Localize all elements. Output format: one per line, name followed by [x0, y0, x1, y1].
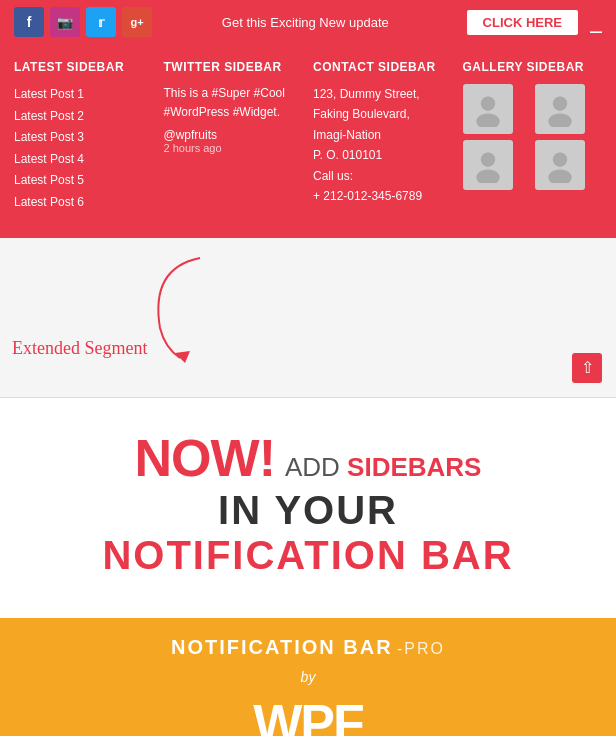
add-label: ADD: [285, 452, 340, 482]
gallery-thumb-2[interactable]: [535, 84, 585, 134]
twitter-time: 2 hours ago: [164, 142, 304, 154]
list-item[interactable]: Latest Post 2: [14, 106, 154, 128]
address-line2: Faking Boulevard,: [313, 107, 410, 121]
svg-point-3: [549, 114, 572, 128]
hamburger-icon[interactable]: ⎯: [590, 11, 602, 34]
svg-point-0: [480, 96, 494, 110]
google-plus-icon[interactable]: g+: [122, 7, 152, 37]
social-icons: f 📷 𝕣 g+: [14, 7, 152, 37]
add-text: ADD SIDEBARS: [285, 452, 482, 483]
contact-sidebar: CONTACT SIDEBAR 123, Dummy Street, Fakin…: [313, 60, 453, 214]
latest-sidebar: LATEST SIDEBAR Latest Post 1 Latest Post…: [14, 60, 154, 214]
gallery-thumb-3[interactable]: [463, 140, 513, 190]
tweet-text: This is a #Super #Cool #WordPress #Widge…: [164, 84, 304, 122]
now-word: NOW!: [135, 428, 275, 488]
sidebars-label: SIDEBARS: [347, 452, 481, 482]
svg-point-2: [553, 96, 567, 110]
svg-point-6: [553, 152, 567, 166]
gallery-thumb-1[interactable]: [463, 84, 513, 134]
scroll-up-button[interactable]: ⇧: [572, 353, 602, 383]
svg-point-5: [476, 170, 499, 184]
footer-by: by: [14, 669, 602, 685]
svg-point-4: [480, 152, 494, 166]
list-item[interactable]: Latest Post 1: [14, 84, 154, 106]
footer-title-line: NOTIFICATION BAR -PRO: [14, 636, 602, 659]
gallery-sidebar: GALLERY SIDEBAR: [463, 60, 603, 214]
svg-point-1: [476, 114, 499, 128]
twitter-icon[interactable]: 𝕣: [86, 7, 116, 37]
gallery-thumb-4[interactable]: [535, 140, 585, 190]
update-text: Get this Exciting New update: [152, 15, 459, 30]
gallery-grid: [463, 84, 603, 190]
click-here-button[interactable]: CLICK HERE: [467, 10, 578, 35]
wpf-logo-text: WPF: [253, 693, 363, 736]
list-item[interactable]: Latest Post 5: [14, 170, 154, 192]
extended-section: Extended Segment ⇧: [0, 238, 616, 398]
top-bar: f 📷 𝕣 g+ Get this Exciting New update CL…: [0, 0, 616, 44]
address-line3: Imagi-Nation: [313, 128, 381, 142]
extended-label: Extended Segment: [12, 338, 147, 359]
po-box: P. O. 010101: [313, 148, 382, 162]
footer-pro: -PRO: [397, 640, 445, 657]
list-item[interactable]: Latest Post 4: [14, 149, 154, 171]
twitter-sidebar-title: TWITTER SIDEBAR: [164, 60, 304, 74]
call-label: Call us:: [313, 169, 353, 183]
gallery-sidebar-title: GALLERY SIDEBAR: [463, 60, 603, 74]
facebook-icon[interactable]: f: [14, 7, 44, 37]
now-line: NOW! ADD SIDEBARS: [102, 428, 513, 488]
svg-point-7: [549, 170, 572, 184]
list-item[interactable]: Latest Post 6: [14, 192, 154, 214]
instagram-icon[interactable]: 📷: [50, 7, 80, 37]
wpf-logo: WPF: [14, 693, 602, 736]
list-item[interactable]: Latest Post 3: [14, 127, 154, 149]
address-line1: 123, Dummy Street,: [313, 87, 420, 101]
footer-orange: NOTIFICATION BAR -PRO by WPF wpfruits.co…: [0, 618, 616, 736]
footer-title: NOTIFICATION BAR: [171, 636, 393, 658]
latest-sidebar-title: LATEST SIDEBAR: [14, 60, 154, 74]
contact-sidebar-title: CONTACT SIDEBAR: [313, 60, 453, 74]
phone-number[interactable]: + 212-012-345-6789: [313, 189, 422, 203]
contact-info: 123, Dummy Street, Faking Boulevard, Ima…: [313, 84, 453, 206]
notification-bar-text: NOTIFICATION BAR: [102, 533, 513, 578]
latest-posts-list: Latest Post 1 Latest Post 2 Latest Post …: [14, 84, 154, 214]
now-text-block: NOW! ADD SIDEBARS IN YOUR NOTIFICATION B…: [102, 428, 513, 578]
twitter-sidebar: TWITTER SIDEBAR This is a #Super #Cool #…: [164, 60, 304, 214]
twitter-handle[interactable]: @wpfruits: [164, 128, 304, 142]
curved-arrow-icon: [140, 248, 220, 368]
now-section: NOW! ADD SIDEBARS IN YOUR NOTIFICATION B…: [0, 398, 616, 618]
sidebar-section: LATEST SIDEBAR Latest Post 1 Latest Post…: [0, 44, 616, 238]
in-your-text: IN YOUR: [102, 488, 513, 533]
